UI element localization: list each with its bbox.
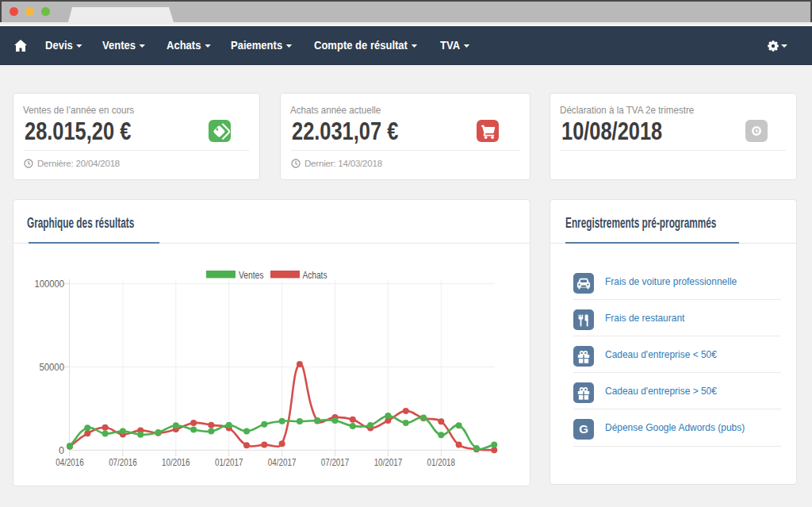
svg-text:01/2018: 01/2018 (427, 457, 456, 468)
svg-text:0: 0 (59, 445, 64, 456)
svg-text:04/2016: 04/2016 (56, 457, 84, 468)
svg-text:10/2017: 10/2017 (374, 457, 403, 468)
svg-text:Ventes: Ventes (239, 269, 264, 281)
svg-text:01/2017: 01/2017 (215, 457, 243, 468)
svg-text:04/2017: 04/2017 (268, 457, 297, 468)
svg-text:07/2017: 07/2017 (321, 457, 350, 468)
svg-text:07/2016: 07/2016 (109, 457, 137, 468)
svg-text:100000: 100000 (34, 278, 64, 290)
svg-text:10/2016: 10/2016 (162, 457, 190, 468)
svg-text:Achats: Achats (303, 269, 327, 281)
svg-text:50000: 50000 (39, 362, 64, 373)
